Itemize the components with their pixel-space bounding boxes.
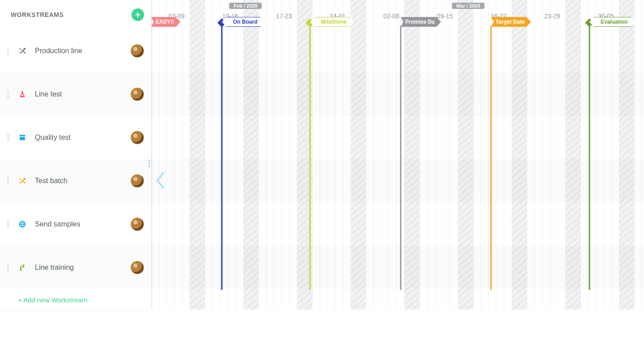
week-label: 09-15 bbox=[437, 13, 453, 20]
avatar[interactable] bbox=[131, 174, 144, 188]
drag-handle-icon[interactable] bbox=[6, 264, 10, 271]
avatar[interactable] bbox=[131, 218, 144, 231]
milestone-tag[interactable]: Evaluation bbox=[589, 17, 636, 27]
add-new-workstream-link[interactable]: + Add new Workstream bbox=[0, 289, 151, 310]
milestone-line bbox=[221, 26, 223, 290]
week-label: 17-23 bbox=[276, 13, 292, 20]
week-label: 02-08 bbox=[383, 13, 399, 20]
workstream-row[interactable]: Send samples bbox=[0, 202, 151, 246]
milestone-tag[interactable]: Target Date bbox=[491, 17, 531, 27]
drag-handle-icon[interactable] bbox=[6, 91, 10, 98]
milestone-tag[interactable]: MileStone bbox=[310, 17, 354, 27]
add-workstream-button[interactable] bbox=[131, 8, 144, 21]
milestone-line bbox=[491, 26, 492, 290]
shuffle-icon bbox=[16, 175, 29, 187]
workstream-name: Send samples bbox=[35, 220, 124, 228]
drag-handle-icon[interactable] bbox=[148, 160, 150, 167]
avatar[interactable] bbox=[131, 44, 144, 58]
drag-handle-icon[interactable] bbox=[6, 221, 10, 228]
workstream-name: Test batch bbox=[35, 177, 124, 185]
workstream-row[interactable]: Quality test bbox=[0, 116, 151, 159]
avatar[interactable] bbox=[131, 88, 144, 101]
drag-handle-icon[interactable] bbox=[6, 47, 10, 54]
month-label: Feb / 2020 bbox=[229, 3, 262, 9]
week-label: 23-29 bbox=[544, 13, 560, 20]
workstream-name: Production line bbox=[35, 47, 124, 55]
branch-icon bbox=[16, 261, 29, 274]
sidebar-title: WORKSTREAMS bbox=[11, 11, 64, 18]
chevron-left-icon bbox=[154, 171, 167, 190]
milestone-line bbox=[309, 26, 311, 290]
workstream-row[interactable]: Test batch bbox=[0, 159, 151, 202]
globe-icon bbox=[16, 218, 29, 230]
workstream-name: Quality test bbox=[35, 134, 124, 142]
shuffle-icon bbox=[16, 45, 29, 57]
collapse-sidebar-button[interactable] bbox=[154, 171, 167, 192]
workstream-name: Line training bbox=[35, 264, 124, 272]
plus-icon bbox=[134, 11, 141, 18]
milestone-line bbox=[400, 26, 402, 290]
avatar[interactable] bbox=[131, 131, 144, 144]
milestone-tag[interactable]: Promise Da bbox=[401, 17, 441, 27]
workstream-row[interactable]: Line test bbox=[0, 72, 151, 116]
workstream-row[interactable]: Line training bbox=[0, 246, 151, 289]
workstream-row[interactable]: Production line bbox=[0, 29, 151, 72]
calendar-icon bbox=[16, 131, 29, 144]
flask-icon bbox=[16, 88, 29, 100]
drag-handle-icon[interactable] bbox=[6, 177, 10, 184]
timeline-area[interactable]: Feb / 2020Mar / 2020 03-0910-1617-2324-0… bbox=[151, 0, 644, 310]
milestone-line bbox=[589, 26, 590, 290]
milestone-tag[interactable]: On Board bbox=[222, 17, 265, 27]
drag-handle-icon[interactable] bbox=[6, 134, 10, 141]
sidebar: WORKSTREAMS Production lineLine testQual… bbox=[0, 0, 151, 310]
month-label: Mar / 2020 bbox=[452, 3, 484, 9]
workstream-name: Line test bbox=[35, 90, 124, 98]
avatar[interactable] bbox=[131, 261, 144, 274]
milestone-tag[interactable]: EADY!! bbox=[151, 17, 180, 27]
